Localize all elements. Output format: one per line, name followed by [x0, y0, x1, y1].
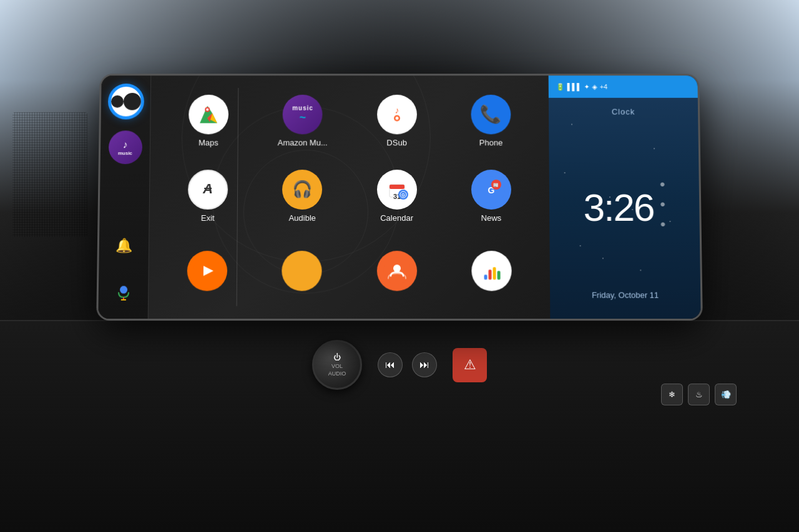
podcast-icon — [376, 251, 416, 291]
clock-title: Clock — [549, 98, 699, 126]
bell-icon: 🔔 — [115, 238, 132, 254]
calendar-icon: 31 G — [377, 170, 417, 210]
vol-label: VOL — [331, 363, 343, 369]
exit-icon: A — [188, 170, 228, 210]
media-controls: ⏮ ⏭ — [378, 352, 437, 377]
svg-rect-22 — [390, 185, 404, 190]
phone-label: Phone — [479, 138, 503, 147]
mic-icon — [114, 283, 132, 301]
svg-rect-40 — [497, 271, 500, 279]
signal-icon: ▌▌▌ — [567, 83, 582, 90]
news-icon: G 📰 — [471, 170, 511, 210]
svg-point-14 — [395, 117, 398, 120]
app-play-music[interactable] — [161, 236, 253, 309]
battery-icon: 🔋 — [556, 83, 565, 91]
app-phone[interactable]: 📞 Phone — [445, 85, 536, 157]
hvac-btn-1[interactable]: ❄ — [661, 384, 683, 405]
svg-point-10 — [206, 108, 208, 110]
news-label: News — [481, 213, 502, 223]
clock-panel: 🔋 ▌▌▌ ✦ ◈ +4 Clock 3:26 • • • Friday, — [549, 75, 701, 319]
dot-1: • — [660, 176, 665, 193]
maps-icon — [189, 95, 228, 134]
assistant-icon — [471, 251, 511, 291]
sidebar-notifications-button[interactable]: 🔔 — [107, 229, 141, 263]
hazard-icon: ⚠ — [464, 357, 476, 373]
svg-marker-33 — [292, 263, 310, 278]
svg-rect-1 — [120, 286, 125, 294]
app-grid: Maps music ~ Amazon Mu... — [149, 75, 551, 319]
svg-text:📰: 📰 — [493, 182, 499, 188]
dot-2: • — [660, 196, 665, 213]
next-track-button[interactable]: ⏭ — [412, 352, 437, 377]
svg-text:🎧: 🎧 — [292, 179, 313, 199]
app-news[interactable]: G 📰 News — [446, 160, 537, 233]
volume-knob[interactable]: ⏻ VOL AUDIO — [312, 340, 362, 390]
android-auto-screen: ♪ music 🔔 — [98, 75, 700, 319]
home-icon — [110, 95, 123, 108]
app-amazon-music[interactable]: music ~ Amazon Mu... — [257, 85, 348, 157]
hazard-button[interactable]: ⚠ — [453, 348, 487, 382]
screen-bezel: ♪ music 🔔 — [98, 75, 700, 319]
svg-rect-37 — [484, 274, 487, 279]
prev-icon: ⏮ — [385, 359, 395, 370]
svg-text:♪: ♪ — [395, 105, 399, 115]
location-icon: ◈ — [592, 83, 597, 91]
sidebar-amazon-music-button[interactable]: ♪ music — [108, 130, 142, 164]
clock-menu-dots[interactable]: • • • — [660, 176, 666, 239]
app-next[interactable] — [256, 236, 348, 309]
next-icon: ⏭ — [419, 359, 429, 370]
dashboard-lower: ⏻ VOL AUDIO ⏮ ⏭ ⚠ ❄ ♨ 💨 — [0, 320, 799, 532]
bluetooth-icon: ✦ — [584, 83, 590, 91]
app-podcast[interactable] — [351, 236, 443, 309]
calendar-label: Calendar — [380, 213, 413, 223]
amazon-music-icon: ♪ music — [118, 138, 132, 157]
audible-icon: 🎧 — [282, 170, 322, 210]
sidebar-assistant-button[interactable] — [106, 275, 140, 309]
play-music-icon — [187, 251, 228, 291]
app-calendar[interactable]: 31 G Calendar — [351, 160, 442, 233]
svg-point-35 — [393, 264, 401, 272]
dsub-label: DSub — [386, 138, 406, 147]
dot-3: • — [660, 216, 666, 233]
hvac-btn-3[interactable]: 💨 — [715, 384, 737, 405]
clock-time-display: 3:26 — [583, 188, 654, 227]
svg-rect-39 — [493, 267, 496, 279]
maps-label: Maps — [199, 138, 218, 147]
phone-icon: 📞 — [471, 95, 511, 134]
clock-status-bar: 🔋 ▌▌▌ ✦ ◈ +4 — [549, 75, 698, 98]
prev-track-button[interactable]: ⏮ — [378, 352, 403, 377]
audio-label: AUDIO — [328, 370, 346, 377]
audible-label: Audible — [288, 213, 315, 223]
app-audible[interactable]: 🎧 Audible — [257, 160, 348, 233]
app-assistant[interactable] — [446, 236, 537, 309]
app-grid-area: Maps music ~ Amazon Mu... — [149, 75, 551, 319]
next-icon — [282, 251, 323, 291]
extra-icon: +4 — [600, 83, 608, 90]
hvac-btn-2[interactable]: ♨ — [688, 384, 710, 405]
speaker-grille — [12, 112, 87, 237]
svg-text:G: G — [401, 193, 404, 197]
sidebar-home-button[interactable] — [109, 85, 142, 118]
status-icons: 🔋 ▌▌▌ ✦ ◈ +4 — [556, 83, 608, 91]
app-dsub[interactable]: ♪ DSub — [351, 85, 443, 157]
sidebar: ♪ music 🔔 — [98, 75, 151, 319]
svg-point-36 — [478, 257, 505, 284]
amazon-music-label: Amazon Mu... — [278, 138, 328, 147]
app-maps[interactable]: Maps — [163, 85, 255, 157]
clock-time-area[interactable]: 3:26 • • • — [549, 125, 700, 290]
dsub-icon: ♪ — [377, 95, 417, 134]
amazon-music-icon: music ~ — [283, 95, 323, 134]
clock-date-display: Friday, October 11 — [550, 291, 701, 319]
svg-rect-38 — [488, 269, 491, 279]
exit-label: Exit — [201, 213, 215, 223]
power-icon: ⏻ — [333, 353, 341, 362]
app-exit[interactable]: A Exit — [162, 160, 253, 233]
